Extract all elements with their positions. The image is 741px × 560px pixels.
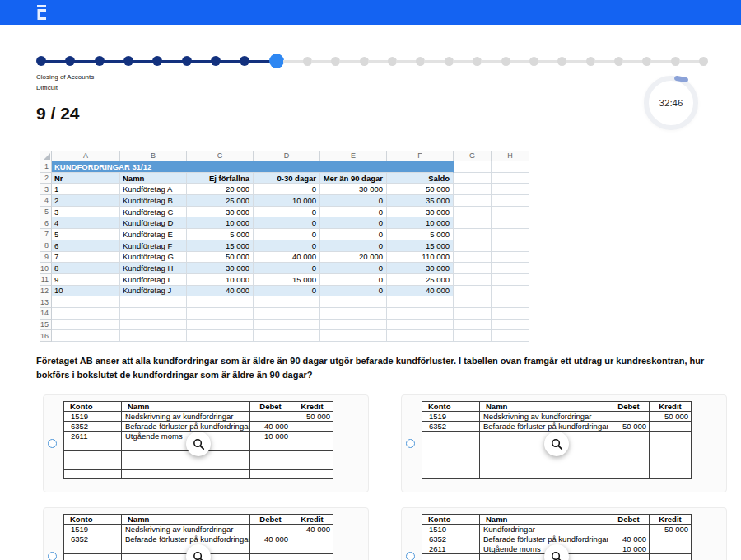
sheet-cell	[187, 320, 254, 331]
journal-cell	[64, 553, 122, 560]
sheet-cell	[120, 320, 187, 331]
sheet-row-number: 15	[40, 320, 52, 331]
journal-cell	[291, 441, 333, 451]
sheet-cell	[454, 207, 492, 218]
journal-cell	[650, 544, 692, 554]
sheet-cell: 0	[320, 263, 387, 274]
answer-option-2[interactable]: KontoNamnDebetKredit1519Nedskrivning av …	[401, 394, 727, 492]
question-difficulty: Difficult	[36, 84, 58, 91]
timer-value: 32:46	[659, 98, 683, 108]
sheet-header-cell: 0-30 dagar	[254, 173, 320, 184]
sheet-column-letter: E	[320, 151, 387, 161]
journal-row	[64, 460, 333, 470]
journal-cell: Nedskrivning av kundfordringar	[480, 412, 608, 422]
sheet-cell	[320, 330, 387, 342]
sheet-row-number: 13	[40, 296, 52, 308]
sheet-cell	[492, 252, 529, 264]
journal-cell: Nedskrivning av kundfordringar	[122, 525, 250, 534]
sheet-column-letter: H	[492, 151, 529, 161]
journal-cell: 40 000	[608, 534, 650, 544]
sheet-cell	[454, 173, 492, 184]
sheet-cell	[454, 217, 492, 229]
app-logo-icon[interactable]	[34, 3, 49, 25]
journal-row	[64, 469, 333, 479]
journal-cell: 1519	[64, 525, 122, 534]
journal-cell	[250, 441, 291, 451]
radio-option-3[interactable]	[48, 552, 57, 560]
question-category: Closing of Accounts	[36, 73, 94, 81]
sheet-cell	[320, 296, 387, 308]
sheet-cell: 0	[320, 274, 387, 286]
sheet-cell	[387, 320, 454, 331]
question-text: Företaget AB anser att alla kundfordring…	[36, 354, 710, 381]
sheet-cell: Kundföretag H	[120, 263, 187, 274]
journal-cell	[250, 553, 291, 560]
journal-cell	[422, 460, 480, 469]
progress-connector	[453, 60, 473, 63]
sheet-row-number: 11	[40, 274, 52, 286]
sheet-cell: 0	[254, 184, 320, 195]
journal-header-row: KontoNamnDebetKredit	[64, 515, 333, 525]
sheet-row-number: 8	[40, 240, 52, 252]
journal-cell: Befarade förluster på kundfordringar	[122, 422, 250, 432]
magnifier-icon	[192, 437, 206, 451]
journal-cell: 50 000	[650, 412, 692, 422]
sheet-cell: 15 000	[387, 240, 454, 252]
sheet-row-number: 3	[40, 184, 52, 195]
sheet-cell: 0	[320, 240, 387, 252]
sheet-cell: 6	[52, 240, 120, 252]
sheet-cell: 50 000	[387, 184, 454, 195]
journal-cell	[291, 460, 333, 470]
sheet-cell: 110 000	[387, 252, 454, 264]
sheet-cell: 15 000	[254, 274, 320, 286]
answer-option-1[interactable]: KontoNamnDebetKredit1519Nedskrivning av …	[43, 394, 369, 492]
sheet-cell	[492, 240, 529, 252]
journal-cell: 1519	[422, 412, 480, 422]
journal-cell	[422, 554, 480, 560]
journal-cell: Kundfordringar	[480, 525, 608, 534]
journal-header-cell: Kredit	[650, 402, 692, 412]
sheet-cell: 20 000	[320, 252, 387, 264]
sheet-cell	[254, 296, 320, 308]
journal-cell	[480, 460, 608, 469]
zoom-option-button-2[interactable]	[544, 432, 569, 456]
answer-option-3[interactable]: KontoNamnDebetKredit1519Nedskrivning av …	[43, 507, 369, 560]
sheet-cell: 35 000	[387, 195, 454, 207]
journal-cell: Utgående moms	[122, 432, 250, 441]
journal-cell	[608, 441, 650, 450]
sheet-cell	[254, 308, 320, 320]
journal-row: 1519Nedskrivning av kundfordringar40 000	[64, 525, 333, 534]
sheet-cell: 0	[254, 207, 320, 218]
progress-connector	[45, 60, 66, 63]
magnifier-icon	[192, 550, 206, 560]
progress-connector	[133, 60, 153, 63]
journal-cell	[250, 544, 291, 554]
sheet-cell	[492, 229, 529, 240]
progress-dot-24	[699, 57, 708, 66]
zoom-option-button-1[interactable]	[186, 432, 211, 456]
sheet-cell	[454, 240, 492, 252]
radio-option-2[interactable]	[406, 439, 415, 448]
journal-cell: Utgående moms	[480, 544, 608, 554]
answer-option-4[interactable]: KontoNamnDebetKredit1510Kundfordringar50…	[401, 507, 727, 560]
radio-option-4[interactable]	[406, 552, 415, 560]
progress-connector	[510, 60, 530, 63]
journal-cell	[480, 450, 608, 460]
progress-connector	[622, 60, 643, 63]
sheet-cell: Kundföretag C	[120, 207, 187, 218]
sheet-cell: 10	[52, 286, 120, 297]
journal-cell: 6352	[64, 422, 122, 432]
progress-connector	[566, 60, 586, 63]
journal-cell	[291, 450, 333, 460]
sheet-cell	[492, 308, 529, 320]
progress-connector	[594, 60, 615, 63]
sheet-cell	[254, 330, 320, 342]
sheet-header-cell: Namn	[120, 173, 187, 184]
sheet-cell	[387, 330, 454, 342]
radio-option-1[interactable]	[48, 439, 57, 448]
sheet-cell	[492, 217, 529, 229]
journal-cell	[422, 450, 480, 460]
journal-cell	[608, 554, 650, 560]
sheet-cell	[454, 195, 492, 207]
sheet-cell: 5 000	[387, 229, 454, 240]
